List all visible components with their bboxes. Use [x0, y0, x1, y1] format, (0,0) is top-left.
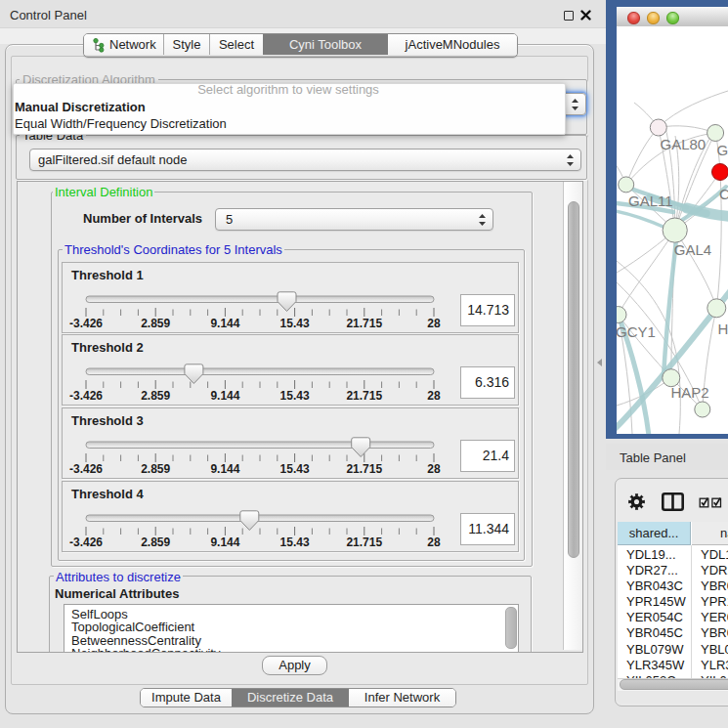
svg-text:-3.426: -3.426: [69, 462, 103, 476]
svg-text:2.859: 2.859: [141, 535, 170, 549]
svg-text:9.144: 9.144: [210, 535, 239, 549]
svg-text:2.859: 2.859: [141, 462, 170, 476]
svg-text:GA: GA: [717, 142, 728, 158]
svg-text:21.715: 21.715: [346, 462, 382, 476]
svg-text:21.715: 21.715: [346, 389, 382, 403]
svg-text:28: 28: [427, 462, 441, 476]
svg-text:15.43: 15.43: [280, 317, 310, 330]
svg-text:15.43: 15.43: [280, 462, 310, 476]
svg-text:21.715: 21.715: [346, 535, 382, 549]
svg-text:-3.426: -3.426: [69, 535, 103, 549]
svg-text:9.144: 9.144: [210, 389, 239, 403]
svg-text:21.715: 21.715: [346, 317, 382, 330]
svg-text:C: C: [719, 186, 728, 202]
svg-text:-3.426: -3.426: [69, 389, 103, 403]
svg-text:GAL4: GAL4: [674, 241, 711, 258]
svg-text:2.859: 2.859: [141, 317, 170, 330]
svg-text:15.43: 15.43: [280, 535, 310, 549]
svg-text:GAL11: GAL11: [628, 193, 673, 209]
svg-text:28: 28: [427, 389, 441, 403]
svg-text:15.43: 15.43: [280, 389, 310, 403]
svg-text:9.144: 9.144: [210, 317, 239, 330]
svg-text:28: 28: [427, 317, 441, 330]
svg-text:GAL80: GAL80: [661, 136, 707, 152]
svg-text:HAP2: HAP2: [670, 384, 708, 401]
svg-text:-3.426: -3.426: [69, 317, 103, 330]
svg-text:28: 28: [427, 535, 441, 549]
svg-text:9.144: 9.144: [210, 462, 239, 476]
svg-text:GCY1: GCY1: [617, 323, 656, 340]
svg-text:2.859: 2.859: [141, 389, 170, 403]
svg-text:H: H: [718, 321, 728, 337]
